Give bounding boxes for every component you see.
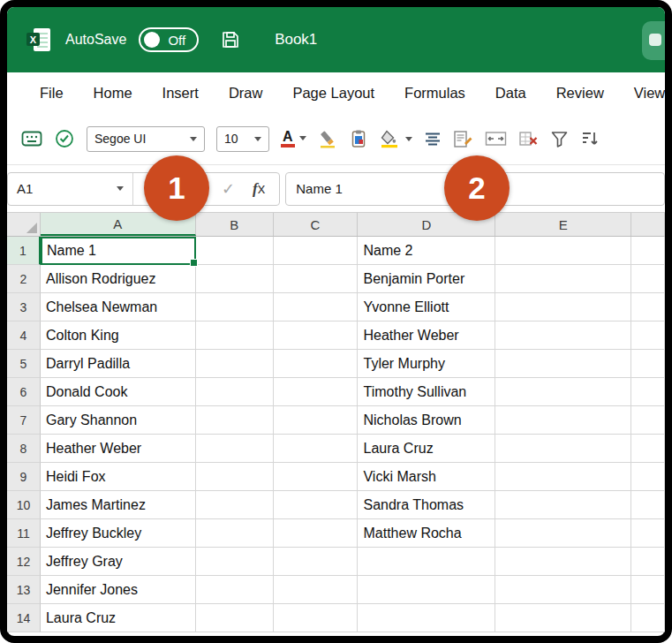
cell-E6[interactable] — [495, 378, 631, 406]
column-header-C[interactable]: C — [274, 213, 359, 236]
cell-E11[interactable] — [495, 519, 631, 548]
edit-form-icon[interactable] — [453, 130, 473, 148]
cell-C12[interactable] — [274, 548, 359, 576]
cell-D2[interactable]: Benjamin Porter — [358, 265, 495, 293]
cell-C4[interactable] — [274, 322, 359, 350]
cell-C9[interactable] — [274, 463, 359, 491]
row-header-7[interactable]: 7 — [7, 406, 41, 435]
highlighter-icon[interactable] — [318, 129, 337, 148]
autosave-toggle[interactable]: Off — [139, 27, 199, 52]
window-control-partial[interactable] — [642, 21, 665, 60]
cell-B1[interactable] — [196, 237, 274, 265]
cell-A3[interactable]: Chelsea Newman — [41, 293, 196, 322]
cell-C7[interactable] — [274, 406, 359, 435]
cell-A10[interactable]: James Martinez — [41, 491, 196, 519]
cell-A6[interactable]: Donald Cook — [41, 378, 196, 406]
fill-color-button[interactable] — [380, 129, 412, 148]
cell-B13[interactable] — [196, 576, 274, 604]
cell-B9[interactable] — [196, 463, 274, 491]
cell-F8[interactable] — [631, 435, 665, 463]
cell-F14[interactable] — [631, 604, 665, 632]
cell-A9[interactable]: Heidi Fox — [41, 463, 196, 491]
cell-B11[interactable] — [196, 519, 274, 548]
delete-cells-icon[interactable] — [518, 130, 539, 148]
row-header-2[interactable]: 2 — [7, 265, 41, 293]
cell-C11[interactable] — [274, 519, 359, 548]
name-box[interactable]: A1 — [8, 173, 133, 205]
cell-A2[interactable]: Allison Rodriguez — [41, 265, 196, 293]
column-header-E[interactable]: E — [495, 213, 631, 236]
cell-D12[interactable] — [358, 548, 495, 576]
cell-D10[interactable]: Sandra Thomas — [358, 491, 495, 519]
cell-A13[interactable]: Jennifer Jones — [41, 576, 196, 604]
row-header-4[interactable]: 4 — [7, 322, 41, 350]
tab-home[interactable]: Home — [79, 85, 147, 102]
tab-insert[interactable]: Insert — [147, 85, 214, 102]
cell-B6[interactable] — [196, 378, 274, 406]
cell-F5[interactable] — [631, 350, 665, 378]
cell-E7[interactable] — [495, 406, 631, 435]
save-icon[interactable] — [220, 29, 241, 50]
cell-F6[interactable] — [631, 378, 665, 406]
cell-D14[interactable] — [358, 604, 495, 632]
tab-view[interactable]: View — [619, 85, 665, 102]
cell-F9[interactable] — [631, 463, 665, 491]
column-header-B[interactable]: B — [196, 213, 274, 236]
cell-E3[interactable] — [495, 293, 631, 322]
tab-draw[interactable]: Draw — [214, 85, 278, 102]
cell-B2[interactable] — [196, 265, 274, 293]
fill-handle[interactable] — [190, 259, 198, 267]
keyboard-icon[interactable] — [21, 130, 42, 148]
cell-E8[interactable] — [495, 435, 631, 463]
row-header-1[interactable]: 1 — [7, 237, 41, 265]
cell-E13[interactable] — [495, 576, 631, 604]
excel-app-icon[interactable]: X — [25, 26, 53, 54]
tab-page-layout[interactable]: Page Layout — [277, 85, 389, 102]
row-header-8[interactable]: 8 — [7, 435, 41, 463]
column-header-partial[interactable] — [631, 213, 665, 236]
cell-F13[interactable] — [631, 576, 665, 604]
paste-icon[interactable] — [349, 129, 368, 148]
cell-E2[interactable] — [495, 265, 631, 293]
select-all-button[interactable] — [7, 213, 41, 236]
cell-F2[interactable] — [631, 265, 665, 293]
cell-B10[interactable] — [196, 491, 274, 519]
row-header-5[interactable]: 5 — [7, 350, 41, 378]
cell-D5[interactable]: Tyler Murphy — [358, 350, 495, 378]
cell-A8[interactable]: Heather Weber — [41, 435, 196, 463]
row-header-12[interactable]: 12 — [7, 548, 41, 576]
cell-A12[interactable]: Jeffrey Gray — [41, 548, 196, 576]
tab-file[interactable]: File — [25, 85, 79, 102]
cell-D13[interactable] — [358, 576, 495, 604]
cell-E14[interactable] — [495, 604, 631, 632]
cell-E1[interactable] — [495, 237, 631, 265]
merge-cells-icon[interactable] — [485, 131, 507, 147]
cell-A7[interactable]: Gary Shannon — [41, 406, 196, 435]
cell-E5[interactable] — [495, 350, 631, 378]
enter-icon[interactable]: ✓ — [222, 179, 235, 199]
font-size-select[interactable]: 10 — [216, 126, 269, 152]
cell-E10[interactable] — [495, 491, 631, 519]
cell-B4[interactable] — [196, 322, 274, 350]
fx-icon[interactable]: fx — [253, 180, 265, 198]
cell-C5[interactable] — [274, 350, 359, 378]
cell-F3[interactable] — [631, 293, 665, 322]
row-header-11[interactable]: 11 — [7, 519, 41, 548]
font-name-select[interactable]: Segoe UI — [87, 126, 205, 152]
cell-A1[interactable]: Name 1 — [41, 237, 196, 265]
check-circle-icon[interactable] — [54, 128, 75, 149]
font-color-button[interactable]: A — [281, 130, 306, 148]
cell-D3[interactable]: Yvonne Elliott — [358, 293, 495, 322]
tab-formulas[interactable]: Formulas — [389, 85, 480, 102]
cell-F7[interactable] — [631, 406, 665, 435]
row-header-9[interactable]: 9 — [7, 463, 41, 491]
cell-D1[interactable]: Name 2 — [358, 237, 495, 265]
cell-D4[interactable]: Heather Weber — [358, 322, 495, 350]
cell-F12[interactable] — [631, 548, 665, 576]
filter-icon[interactable] — [550, 130, 569, 148]
sort-icon[interactable] — [580, 130, 600, 148]
cell-E12[interactable] — [495, 548, 631, 576]
cell-B7[interactable] — [196, 406, 274, 435]
row-header-6[interactable]: 6 — [7, 378, 41, 406]
cell-F4[interactable] — [631, 322, 665, 350]
